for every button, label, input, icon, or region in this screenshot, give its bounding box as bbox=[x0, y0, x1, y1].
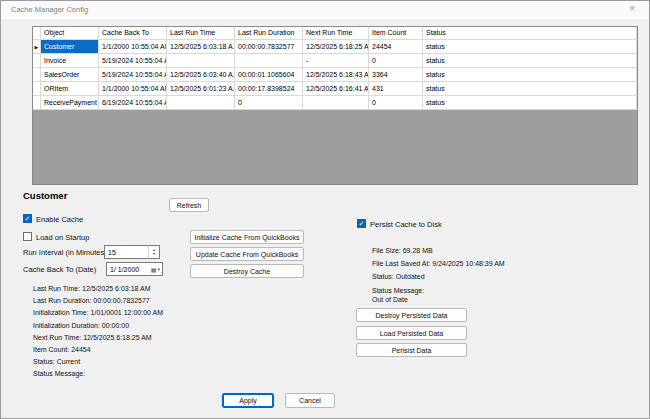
window-title: Cache Manager Config bbox=[11, 5, 88, 14]
apply-button[interactable]: Apply bbox=[222, 393, 274, 408]
cache-back-to-date-picker[interactable]: 1/ 1/2000 ▦ ▾ bbox=[106, 262, 163, 276]
cell-object[interactable]: ReceivePayment bbox=[41, 96, 99, 110]
row-header-cell[interactable] bbox=[33, 96, 41, 110]
cell-last-run-duration[interactable]: 00:00:17.8398524 bbox=[235, 82, 303, 96]
stat-last-run-duration: Last Run Duration: 00:00:00.7832577 bbox=[33, 297, 163, 304]
run-interval-input[interactable]: 15 ▴ ▾ bbox=[104, 245, 160, 259]
chevron-down-icon[interactable]: ▾ bbox=[157, 266, 160, 272]
enable-cache-label: Enable Cache bbox=[36, 215, 83, 224]
cell-object[interactable]: Invoice bbox=[41, 54, 99, 68]
stat-next-run-time: Next Run Time: 12/5/2025 6:18:25 AM bbox=[33, 334, 163, 341]
cell-cache-back-to[interactable]: 1/1/2000 10:55:04 AM bbox=[99, 82, 167, 96]
grid-header-row: Object Cache Back To Last Run Time Last … bbox=[33, 27, 637, 40]
file-size-text: File Size: 69.28 MB bbox=[372, 247, 433, 254]
col-header-status[interactable]: Status bbox=[423, 27, 637, 40]
cell-last-run-duration[interactable] bbox=[235, 54, 303, 68]
cell-object[interactable]: SalesOrder bbox=[41, 68, 99, 82]
run-interval-label: Run Interval (in Mimutes) bbox=[23, 248, 107, 257]
close-icon[interactable]: × bbox=[629, 4, 635, 14]
initialize-cache-button[interactable]: Initialize Cache From QuickBooks bbox=[190, 230, 304, 244]
row-header-cell[interactable] bbox=[33, 68, 41, 82]
cell-item-count[interactable]: 24454 bbox=[369, 40, 423, 54]
persist-data-button[interactable]: Perisist Data bbox=[356, 343, 467, 357]
stat-last-run-time: Last Run Time: 12/5/2025 6:03:18 AM bbox=[33, 285, 163, 292]
persist-cache-checkbox[interactable]: ✓ bbox=[357, 219, 366, 228]
update-cache-button[interactable]: Update Cache From QuickBooks bbox=[190, 247, 304, 261]
stat-initialization-time: Initialization Time: 1/01/0001 12:00:00 … bbox=[33, 309, 163, 316]
cache-stats-block: Last Run Time: 12/5/2025 6:03:18 AM Last… bbox=[33, 285, 163, 377]
row-header-cell[interactable] bbox=[33, 54, 41, 68]
stat-initialization-duration: Initialization Duration: 00:00:00 bbox=[33, 322, 163, 329]
cell-cache-back-to[interactable]: 1/1/2000 10:55:04 AM bbox=[99, 40, 167, 54]
cancel-button[interactable]: Cancel bbox=[285, 393, 335, 408]
cell-last-run-time[interactable] bbox=[167, 54, 235, 68]
cell-last-run-time[interactable] bbox=[167, 96, 235, 110]
grid-body: ▶Customer1/1/2000 10:55:04 AM12/5/2025 6… bbox=[33, 40, 637, 110]
cell-last-run-duration[interactable]: 0 bbox=[235, 96, 303, 110]
persist-status-message-value: Out of Date bbox=[372, 295, 424, 304]
col-header-next-run-time[interactable]: Next Run Time bbox=[303, 27, 369, 40]
cell-object[interactable]: ORItem bbox=[41, 82, 99, 96]
grid-row[interactable]: ORItem1/1/2000 10:55:04 AM12/5/2025 6:01… bbox=[33, 82, 637, 96]
row-header-cell[interactable] bbox=[33, 82, 41, 96]
refresh-button[interactable]: Refresh bbox=[169, 198, 209, 212]
cell-last-run-duration[interactable]: 00:00:01.1065604 bbox=[235, 68, 303, 82]
cache-back-to-label: Cache Back To (Date) bbox=[23, 265, 96, 274]
numeric-spinner[interactable]: ▴ ▾ bbox=[148, 246, 159, 258]
destroy-persisted-data-button[interactable]: Destroy Persisted Data bbox=[356, 308, 467, 322]
cell-cache-back-to[interactable]: 5/19/2024 10:55:04 AM bbox=[99, 54, 167, 68]
stat-status: Status: Current bbox=[33, 358, 163, 365]
stat-status-message: Status Message: bbox=[33, 370, 163, 377]
file-last-saved-text: File Last Saved At: 9/24/2025 10:48:39 A… bbox=[372, 260, 505, 267]
cell-cache-back-to[interactable]: 6/19/2024 10:55:04 AM bbox=[99, 96, 167, 110]
grid-corner-cell bbox=[33, 27, 41, 40]
cell-item-count[interactable]: 431 bbox=[369, 82, 423, 96]
stat-item-count: Item Count: 24454 bbox=[33, 346, 163, 353]
grid-row[interactable]: ReceivePayment6/19/2024 10:55:04 AM00sta… bbox=[33, 96, 637, 110]
cell-next-run-time[interactable] bbox=[303, 96, 369, 110]
destroy-cache-button[interactable]: Destroy Cache bbox=[190, 264, 304, 278]
grid-row[interactable]: ▶Customer1/1/2000 10:55:04 AM12/5/2025 6… bbox=[33, 40, 637, 54]
cell-status[interactable]: status bbox=[423, 54, 637, 68]
cell-next-run-time[interactable]: - bbox=[303, 54, 369, 68]
persist-status-message: Status Message: Out of Date bbox=[372, 286, 424, 304]
col-header-object[interactable]: Object bbox=[41, 27, 99, 40]
row-selection-arrow-icon[interactable]: ▶ bbox=[33, 40, 41, 54]
col-header-item-count[interactable]: Item Count bbox=[369, 27, 423, 40]
enable-cache-checkbox[interactable]: ✓ bbox=[23, 214, 32, 223]
grid-row[interactable]: SalesOrder5/19/2024 10:55:04 AM12/5/2025… bbox=[33, 68, 637, 82]
cell-item-count[interactable]: 0 bbox=[369, 54, 423, 68]
cell-cache-back-to[interactable]: 5/19/2024 10:55:04 AM bbox=[99, 68, 167, 82]
load-on-startup-label: Load on Startup bbox=[36, 233, 89, 242]
cell-next-run-time[interactable]: 12/5/2025 6:16:41 A... bbox=[303, 82, 369, 96]
cell-last-run-time[interactable]: 12/5/2025 6:03:18 A... bbox=[167, 40, 235, 54]
cache-back-to-value: 1/ 1/2000 bbox=[110, 266, 139, 273]
cache-manager-config-window: Cache Manager Config × Object Cache Back… bbox=[0, 0, 650, 419]
cache-objects-grid[interactable]: Object Cache Back To Last Run Time Last … bbox=[32, 26, 638, 185]
persist-status-message-label: Status Message: bbox=[372, 286, 424, 295]
cell-last-run-duration[interactable]: 00:00:00.7832577 bbox=[235, 40, 303, 54]
persist-status-text: Status: Outdated bbox=[372, 273, 425, 280]
cell-last-run-time[interactable]: 12/5/2025 6:03:40 A... bbox=[167, 68, 235, 82]
spinner-down-icon[interactable]: ▾ bbox=[153, 252, 155, 256]
run-interval-value: 15 bbox=[108, 249, 116, 256]
cell-status[interactable]: status bbox=[423, 82, 637, 96]
load-persisted-data-button[interactable]: Load Persisted Data bbox=[356, 326, 467, 340]
load-on-startup-checkbox[interactable] bbox=[23, 232, 32, 241]
cell-status[interactable]: status bbox=[423, 96, 637, 110]
col-header-last-run-time[interactable]: Last Run Time bbox=[167, 27, 235, 40]
calendar-icon[interactable]: ▦ bbox=[151, 266, 157, 273]
grid-row[interactable]: Invoice5/19/2024 10:55:04 AM-0status bbox=[33, 54, 637, 68]
persist-cache-label: Persist Cache to Disk bbox=[370, 220, 442, 229]
cell-last-run-time[interactable]: 12/5/2025 6:01:23 A... bbox=[167, 82, 235, 96]
cell-status[interactable]: status bbox=[423, 40, 637, 54]
col-header-last-run-duration[interactable]: Last Run Duration bbox=[235, 27, 303, 40]
cell-next-run-time[interactable]: 12/5/2025 6:18:43 A... bbox=[303, 68, 369, 82]
cell-item-count[interactable]: 0 bbox=[369, 96, 423, 110]
cell-object[interactable]: Customer bbox=[41, 40, 99, 54]
col-header-cache-back-to[interactable]: Cache Back To bbox=[99, 27, 167, 40]
cell-next-run-time[interactable]: 12/5/2025 6:18:25 A... bbox=[303, 40, 369, 54]
cell-status[interactable]: status bbox=[423, 68, 637, 82]
cell-item-count[interactable]: 3364 bbox=[369, 68, 423, 82]
title-bar: Cache Manager Config × bbox=[1, 1, 649, 19]
